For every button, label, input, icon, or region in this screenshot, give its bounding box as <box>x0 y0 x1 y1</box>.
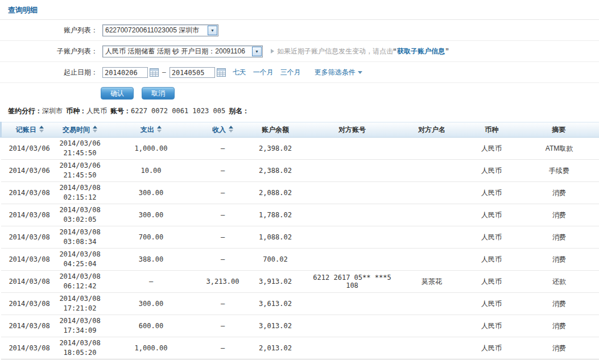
cell-memo: ATM取款 <box>519 138 599 160</box>
cell-peer-name <box>399 226 465 249</box>
cancel-button[interactable]: 取消 <box>142 87 175 100</box>
cell-currency: 人民币 <box>465 271 519 293</box>
sort-icon <box>229 126 233 133</box>
more-filter-link[interactable]: 更多筛选条件 <box>315 68 362 77</box>
txn-date: 2014/03/08 <box>59 316 102 326</box>
txn-time: 21:45:50 <box>59 148 102 158</box>
date-to-input[interactable] <box>170 67 215 78</box>
txn-date: 2014/03/08 <box>59 294 102 304</box>
cell-outgo: – <box>102 271 200 293</box>
cell-income: – <box>200 337 246 359</box>
cell-currency: 人民币 <box>465 293 519 315</box>
cell-outgo: 300.00 <box>102 182 200 204</box>
subaccount-select[interactable]: 人民币 活期储蓄 活期 钞 开户日期：20091106 ▼ <box>102 46 263 57</box>
chevron-down-icon <box>358 71 362 74</box>
table-row: 2014/03/08 2014/03/0817:21:02 300.00 – 3… <box>1 293 599 315</box>
cell-peer-name <box>399 138 465 160</box>
cell-currency: 人民币 <box>465 249 519 271</box>
header-outgo[interactable]: 支出 <box>102 122 200 138</box>
txn-date: 2014/03/08 <box>59 183 102 193</box>
table-row: 2014/03/06 2014/03/0621:45:50 1,000.00 –… <box>1 138 599 160</box>
cell-post-date: 2014/03/08 <box>1 249 58 271</box>
subaccount-row: 子账户列表： 人民币 活期储蓄 活期 钞 开户日期：20091106 ▼ 如果近… <box>0 41 599 62</box>
cell-balance: 2,088.02 <box>246 182 305 204</box>
cell-balance: 2,013.02 <box>246 337 305 359</box>
calendar-icon[interactable] <box>217 68 226 77</box>
cell-post-date: 2014/03/06 <box>1 160 58 182</box>
cell-txn-time: 2014/03/0803:02:05 <box>58 204 102 226</box>
table-row: 2014/03/08 2014/03/0806:12:42 – 3,213.00… <box>1 271 599 293</box>
hint-arrow-icon <box>271 49 274 53</box>
cell-memo: 消费 <box>519 182 599 204</box>
quick-link-1month[interactable]: 一个月 <box>253 68 274 77</box>
txn-date: 2014/03/06 <box>59 161 102 171</box>
quick-link-7days[interactable]: 七天 <box>233 68 246 77</box>
cell-peer-account <box>305 138 399 160</box>
confirm-button[interactable]: 确认 <box>101 87 134 100</box>
cell-income: – <box>200 226 246 249</box>
subaccount-list-label: 子账户列表： <box>0 47 98 56</box>
txn-time: 03:08:34 <box>59 237 102 247</box>
cell-outgo: 10.00 <box>102 160 200 182</box>
dropdown-arrow-icon[interactable]: ▼ <box>252 47 262 56</box>
cell-post-date: 2014/03/08 <box>1 204 58 226</box>
cell-memo: 消费 <box>519 249 599 271</box>
cell-income: – <box>200 138 246 160</box>
cell-income: – <box>200 160 246 182</box>
header-currency: 币种 <box>465 122 519 138</box>
txn-time: 06:12:42 <box>59 282 102 291</box>
table-row: 2014/03/06 2014/03/0621:45:50 10.00 – 2,… <box>1 160 599 182</box>
summary-branch-value: 深圳市 <box>42 107 63 115</box>
cell-outgo: 600.00 <box>102 315 200 337</box>
header-post-date[interactable]: 记账日 <box>1 122 58 138</box>
cell-post-date: 2014/03/08 <box>1 315 58 337</box>
cell-txn-time: 2014/03/0803:08:34 <box>58 226 102 249</box>
cell-balance: 2,388.02 <box>246 160 305 182</box>
header-memo: 摘要 <box>519 122 599 138</box>
cell-peer-account <box>305 204 399 226</box>
header-income[interactable]: 收入 <box>200 122 246 138</box>
cell-peer-name <box>399 182 465 204</box>
cell-balance: 2,398.02 <box>246 138 305 160</box>
txn-time: 17:21:02 <box>59 304 102 313</box>
cell-currency: 人民币 <box>465 182 519 204</box>
cell-currency: 人民币 <box>465 138 519 160</box>
fetch-subaccount-link[interactable]: 获取子账户信息 <box>397 47 445 56</box>
header-peer-name: 对方户名 <box>399 122 465 138</box>
txn-time: 21:45:50 <box>59 171 102 180</box>
transactions-table: 记账日 交易时间 支出 收入 账户余额 对方账号 对方户名 币种 摘要 2014… <box>0 122 599 359</box>
cell-txn-time: 2014/03/0802:15:12 <box>58 182 102 204</box>
cell-income: – <box>200 204 246 226</box>
quick-link-3months[interactable]: 三个月 <box>280 68 301 77</box>
table-row: 2014/03/08 2014/03/0804:25:04 388.00 – 7… <box>1 249 599 271</box>
txn-date: 2014/03/08 <box>59 205 102 215</box>
header-peer-account: 对方账号 <box>305 122 399 138</box>
summary-alias-label: 别名： <box>229 107 249 115</box>
cell-balance: 3,913.02 <box>246 271 305 293</box>
date-from-input[interactable] <box>102 67 148 78</box>
dropdown-arrow-icon[interactable]: ▼ <box>208 26 217 35</box>
cell-outgo: 300.00 <box>102 204 200 226</box>
summary-account-value: 6227 0072 0061 1023 005 <box>131 107 225 115</box>
calendar-icon[interactable] <box>150 68 159 77</box>
txn-time: 17:34:09 <box>59 326 102 336</box>
cell-outgo: 388.00 <box>102 249 200 271</box>
cell-memo: 消费 <box>519 337 599 359</box>
table-row: 2014/03/08 2014/03/0802:15:12 300.00 – 2… <box>1 182 599 204</box>
title-bar: 查询明细 <box>0 0 599 20</box>
summary-currency-label: 币种： <box>66 107 86 115</box>
txn-time: 04:25:04 <box>59 259 102 269</box>
cell-peer-account <box>305 160 399 182</box>
header-outgo-label: 支出 <box>141 126 154 134</box>
header-txn-time[interactable]: 交易时间 <box>58 122 102 138</box>
cell-currency: 人民币 <box>465 315 519 337</box>
hint-quote-open: “ <box>393 47 396 55</box>
cell-currency: 人民币 <box>465 204 519 226</box>
txn-time: 03:02:05 <box>59 215 102 225</box>
summary-currency-value: 人民币 <box>86 107 107 115</box>
date-range-dash: – <box>162 68 166 76</box>
table-row: 2014/03/08 2014/03/0818:05:20 1,000.00 –… <box>1 337 599 359</box>
cell-outgo: 1,000.00 <box>102 138 200 160</box>
account-select[interactable]: 6227007200611023005 深圳市 ▼ <box>102 24 218 36</box>
header-txn-time-label: 交易时间 <box>63 126 90 134</box>
